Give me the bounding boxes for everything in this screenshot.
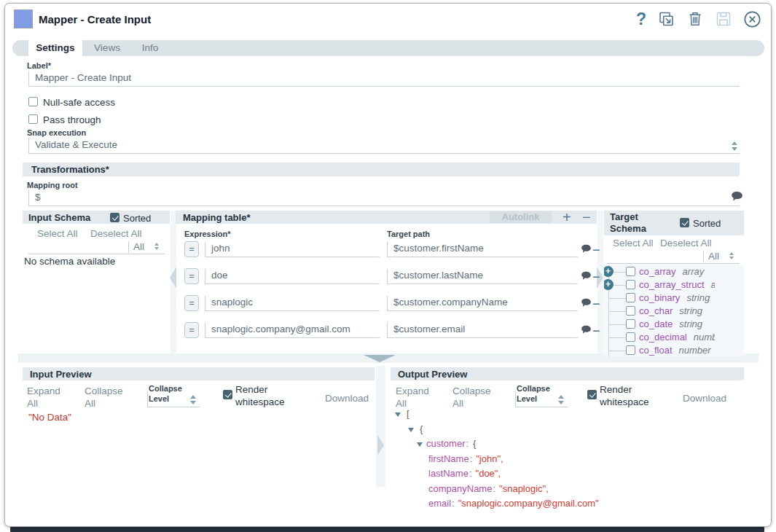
schema-node-checkbox[interactable] <box>626 345 635 355</box>
mapping-row: doe $customer.lastName − <box>176 268 597 286</box>
input-schema-deselect-all[interactable]: Deselect All <box>90 228 142 239</box>
expand-node-icon[interactable] <box>604 279 614 290</box>
label-field[interactable]: Mapper - Create Input <box>28 71 740 87</box>
schema-node-checkbox[interactable] <box>626 332 635 342</box>
target-schema-title: Target Schema <box>604 211 670 235</box>
schema-node-checkbox[interactable] <box>626 306 635 316</box>
expression-input[interactable]: doe <box>205 269 380 284</box>
target-path-input[interactable]: $customer.lastName <box>387 269 578 284</box>
mapping-table-header: Mapping table* Autolink + − <box>176 211 597 224</box>
add-row-button[interactable]: + <box>563 211 571 223</box>
pass-through-label: Pass through <box>43 114 101 125</box>
collapse-level-spinner-icon[interactable] <box>190 395 196 404</box>
snap-execution-spinner-icon[interactable] <box>732 141 737 151</box>
remove-this-row-icon[interactable]: − <box>592 297 600 310</box>
remove-this-row-icon[interactable]: − <box>592 324 600 337</box>
input-schema-filter[interactable]: All <box>28 240 165 254</box>
comment-bubble-icon[interactable] <box>581 243 592 257</box>
target-path-input[interactable]: $customer.companyName <box>387 296 578 311</box>
input-preview-content: "No Data" <box>28 412 71 423</box>
target-schema-sorted-checkbox[interactable] <box>680 218 689 227</box>
remove-this-row-icon[interactable]: − <box>592 243 600 257</box>
collapse-preview-icon[interactable] <box>364 355 396 362</box>
schema-node[interactable]: co_decimalnumber <box>604 331 744 344</box>
input-schema-sorted-checkbox[interactable] <box>110 213 119 222</box>
dialog-title: Mapper - Create Input <box>39 13 151 26</box>
input-schema-sort-arrows-icon[interactable] <box>154 243 159 250</box>
mapping-root-field[interactable]: $ <box>28 190 740 206</box>
expand-all-link[interactable]: Expand All <box>27 385 68 410</box>
expression-toggle-button[interactable] <box>184 322 199 338</box>
collapse-level-spinner-icon[interactable] <box>558 395 564 404</box>
schema-node[interactable]: co_arrayarray <box>604 265 744 278</box>
remove-this-row-icon[interactable]: − <box>592 270 600 283</box>
comment-bubble-icon[interactable] <box>581 270 592 283</box>
target-schema-sort-arrows-icon[interactable] <box>729 252 734 259</box>
json-line[interactable]: { <box>391 423 744 439</box>
comment-bubble-icon[interactable] <box>731 191 743 205</box>
schema-node-checkbox[interactable] <box>626 280 635 289</box>
expression-column-header: Expression* <box>184 230 231 238</box>
snap-execution-label: Snap execution <box>27 128 86 137</box>
mapping-root-label: Mapping root <box>27 181 78 189</box>
collapse-input-preview-icon[interactable] <box>377 435 384 455</box>
tab-bar: Settings Views Info <box>12 40 764 56</box>
download-link[interactable]: Download <box>683 392 726 404</box>
snap-execution-select[interactable]: Validate & Execute <box>28 138 740 154</box>
expression-input[interactable]: snaplogic.company@gmail.com <box>205 323 380 338</box>
target-schema-sort-select[interactable]: All <box>703 251 719 262</box>
collapse-level-label: Collapse Level <box>149 383 188 404</box>
tab-info[interactable]: Info <box>132 40 168 56</box>
json-line[interactable]: firstName"john", <box>391 453 744 469</box>
expression-toggle-button[interactable] <box>184 295 199 311</box>
render-whitespace-checkbox[interactable] <box>587 390 597 399</box>
tab-views[interactable]: Views <box>82 40 132 56</box>
pass-through-checkbox[interactable] <box>28 114 38 124</box>
schema-node[interactable]: co_charstring <box>604 305 744 318</box>
close-icon[interactable] <box>743 10 761 28</box>
schema-node[interactable]: co_datestring <box>604 318 744 331</box>
schema-node[interactable]: co_array_structarray <box>604 278 744 292</box>
input-schema-sort-select[interactable]: All <box>128 241 144 253</box>
target-schema-filter[interactable]: All <box>607 249 740 264</box>
save-icon[interactable] <box>715 10 732 28</box>
comment-bubble-icon[interactable] <box>581 297 592 310</box>
target-schema-deselect-all[interactable]: Deselect All <box>660 238 712 249</box>
preview-column-splitter[interactable] <box>376 366 385 487</box>
target-path-input[interactable]: $customer.email <box>387 323 578 338</box>
null-safe-label: Null-safe access <box>43 97 115 108</box>
expand-node-icon[interactable] <box>604 266 614 277</box>
collapse-all-link[interactable]: Collapse All <box>85 385 130 410</box>
schema-node[interactable]: co_binarystring <box>604 292 744 305</box>
comment-bubble-icon[interactable] <box>581 324 592 337</box>
target-schema-select-all[interactable]: Select All <box>613 238 654 249</box>
json-line[interactable]: companyName"snaplogic", <box>391 483 744 498</box>
delete-icon[interactable] <box>686 10 704 28</box>
expand-all-link[interactable]: Expand All <box>396 385 436 410</box>
collapse-all-link[interactable]: Collapse All <box>452 385 498 410</box>
expression-input[interactable]: snaplogic <box>205 296 380 311</box>
json-line[interactable]: customer{ <box>391 438 744 453</box>
transformations-header: Transformations* <box>23 163 740 176</box>
export-pipeline-icon[interactable] <box>657 10 675 28</box>
target-schema-sorted-label: Sorted <box>693 218 721 229</box>
input-schema-select-all[interactable]: Select All <box>37 228 78 239</box>
remove-row-button[interactable]: − <box>582 211 591 223</box>
tab-settings[interactable]: Settings <box>28 40 82 56</box>
schema-node[interactable]: co_floatnumber <box>604 344 744 356</box>
expression-toggle-button[interactable] <box>184 241 199 257</box>
schema-node-checkbox[interactable] <box>626 267 635 276</box>
schema-node-checkbox[interactable] <box>626 293 635 302</box>
target-path-input[interactable]: $customer.firstName <box>387 242 578 257</box>
autolink-button[interactable]: Autolink <box>490 211 552 223</box>
expression-input[interactable]: john <box>205 242 380 257</box>
expression-toggle-button[interactable] <box>184 268 199 284</box>
download-link[interactable]: Download <box>325 392 369 404</box>
json-line[interactable]: lastName"doe", <box>391 468 744 483</box>
help-icon[interactable]: ? <box>636 9 646 28</box>
schema-node-checkbox[interactable] <box>626 319 635 329</box>
json-line[interactable]: email"snaplogic.company@gmail.com" <box>391 498 744 513</box>
render-whitespace-checkbox[interactable] <box>223 390 232 399</box>
null-safe-checkbox[interactable] <box>28 97 38 106</box>
json-line[interactable]: [ <box>391 408 744 423</box>
